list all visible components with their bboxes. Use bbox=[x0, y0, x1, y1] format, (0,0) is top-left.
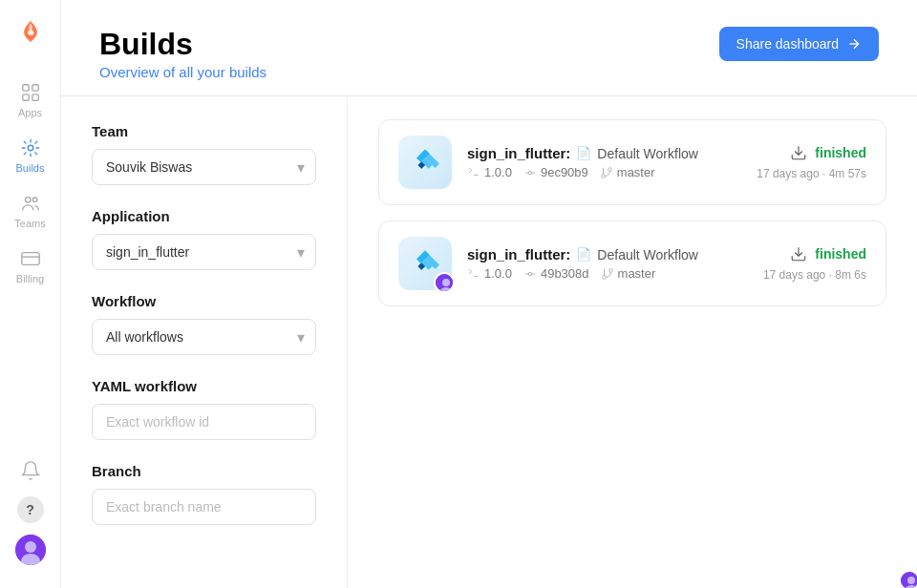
page-title: Builds bbox=[99, 27, 267, 62]
workflow-select-wrapper: All workflows ▾ bbox=[92, 319, 316, 355]
build-user-avatar bbox=[899, 570, 917, 588]
version-icon bbox=[467, 267, 480, 281]
svg-point-21 bbox=[528, 171, 532, 175]
sidebar-item-billing[interactable]: Billing bbox=[0, 239, 60, 294]
branch-icon bbox=[600, 166, 613, 179]
build-status-row: finished bbox=[790, 245, 866, 262]
build-time: 17 days ago · 4m 57s bbox=[757, 167, 866, 180]
build-info: sign_in_flutter: 📄 Default Workflow 1.0.… bbox=[467, 145, 741, 179]
build-time: 17 days ago · 8m 6s bbox=[763, 268, 866, 282]
build-title-row: sign_in_flutter: 📄 Default Workflow bbox=[467, 145, 741, 161]
build-version: 1.0.0 bbox=[467, 266, 512, 281]
sidebar-item-apps-label: Apps bbox=[18, 107, 42, 118]
build-meta: 1.0.0 49b308d bbox=[467, 266, 748, 281]
commit-icon bbox=[523, 166, 537, 179]
svg-point-0 bbox=[28, 30, 33, 35]
build-status-badge: finished bbox=[815, 145, 866, 160]
page-subtitle: Overview of all your builds bbox=[99, 64, 267, 80]
svg-rect-1 bbox=[22, 85, 28, 91]
sidebar-item-builds[interactable]: Builds bbox=[0, 128, 60, 183]
svg-point-33 bbox=[442, 279, 450, 286]
content-area: Team Souvik Biswas ▾ Application sign_in… bbox=[61, 96, 917, 588]
application-select[interactable]: sign_in_flutter bbox=[92, 234, 316, 270]
app-logo[interactable] bbox=[13, 15, 48, 50]
build-app-name: sign_in_flutter: bbox=[467, 145, 570, 161]
svg-point-35 bbox=[528, 272, 532, 276]
svg-rect-4 bbox=[32, 94, 37, 100]
workflow-filter-label: Workflow bbox=[92, 293, 316, 309]
build-status-row: finished bbox=[790, 144, 866, 161]
application-select-wrapper: sign_in_flutter ▾ bbox=[92, 234, 316, 270]
build-commit: 9ec90b9 bbox=[523, 165, 588, 179]
svg-rect-3 bbox=[22, 94, 28, 100]
svg-point-26 bbox=[602, 174, 606, 178]
build-workflow-file-icon: 📄 bbox=[576, 247, 591, 262]
build-version: 1.0.0 bbox=[467, 165, 512, 179]
team-select-wrapper: Souvik Biswas ▾ bbox=[92, 149, 316, 185]
version-icon bbox=[467, 166, 480, 179]
team-filter-group: Team Souvik Biswas ▾ bbox=[92, 123, 316, 185]
build-status-badge: finished bbox=[815, 246, 866, 262]
team-select[interactable]: Souvik Biswas bbox=[92, 149, 316, 185]
application-filter-label: Application bbox=[92, 208, 316, 224]
sidebar: Apps Builds Teams Billing bbox=[0, 0, 61, 588]
filters-panel: Team Souvik Biswas ▾ Application sign_in… bbox=[61, 96, 348, 588]
build-title-row: sign_in_flutter: 📄 Default Workflow bbox=[467, 246, 748, 262]
build-workflow-name: Default Workflow bbox=[597, 247, 698, 262]
sidebar-item-billing-label: Billing bbox=[16, 273, 44, 284]
main-content: Builds Overview of all your builds Share… bbox=[61, 0, 917, 588]
svg-point-40 bbox=[602, 275, 606, 279]
sidebar-item-teams-label: Teams bbox=[14, 218, 45, 229]
svg-point-39 bbox=[608, 268, 612, 272]
download-icon[interactable] bbox=[790, 245, 807, 262]
build-app-name: sign_in_flutter: bbox=[467, 246, 570, 262]
commit-icon bbox=[523, 267, 537, 281]
build-meta: 1.0.0 9ec90b9 bbox=[467, 165, 741, 179]
branch-input[interactable] bbox=[92, 489, 316, 525]
build-workflow-name: Default Workflow bbox=[597, 146, 698, 161]
sidebar-item-teams[interactable]: Teams bbox=[0, 183, 60, 239]
svg-point-11 bbox=[25, 541, 36, 553]
build-app-icon bbox=[398, 237, 452, 290]
help-icon[interactable]: ? bbox=[17, 496, 44, 523]
build-branch: master bbox=[601, 266, 656, 281]
yaml-workflow-filter-label: YAML workflow bbox=[92, 378, 316, 394]
table-row[interactable]: sign_in_flutter: 📄 Default Workflow 1.0.… bbox=[378, 220, 886, 306]
yaml-workflow-filter-group: YAML workflow bbox=[92, 378, 316, 440]
svg-point-7 bbox=[32, 198, 37, 202]
branch-icon bbox=[601, 267, 614, 281]
build-branch: master bbox=[600, 165, 655, 179]
workflow-filter-group: Workflow All workflows ▾ bbox=[92, 293, 316, 355]
sidebar-item-apps[interactable]: Apps bbox=[0, 73, 60, 128]
application-filter-group: Application sign_in_flutter ▾ bbox=[92, 208, 316, 270]
workflow-select[interactable]: All workflows bbox=[92, 319, 316, 355]
download-icon[interactable] bbox=[790, 144, 807, 161]
table-row[interactable]: sign_in_flutter: 📄 Default Workflow 1.0.… bbox=[378, 119, 886, 205]
build-workflow-file-icon: 📄 bbox=[576, 146, 591, 160]
svg-point-25 bbox=[608, 167, 612, 171]
svg-rect-2 bbox=[32, 85, 37, 91]
sidebar-item-builds-label: Builds bbox=[16, 162, 45, 174]
svg-rect-8 bbox=[21, 253, 38, 265]
share-arrow-icon bbox=[846, 36, 862, 52]
share-dashboard-label: Share dashboard bbox=[736, 36, 839, 52]
yaml-workflow-input[interactable] bbox=[92, 404, 316, 440]
branch-filter-group: Branch bbox=[92, 463, 316, 525]
build-user-avatar bbox=[434, 272, 455, 293]
notifications-icon[interactable] bbox=[20, 460, 41, 485]
svg-point-19 bbox=[907, 577, 915, 584]
page-header: Builds Overview of all your builds Share… bbox=[61, 0, 917, 96]
build-info: sign_in_flutter: 📄 Default Workflow 1.0.… bbox=[467, 246, 748, 281]
team-filter-label: Team bbox=[92, 123, 316, 139]
svg-point-5 bbox=[28, 145, 33, 151]
branch-filter-label: Branch bbox=[92, 463, 316, 479]
builds-list: sign_in_flutter: 📄 Default Workflow 1.0.… bbox=[348, 96, 917, 588]
svg-point-6 bbox=[25, 198, 31, 203]
user-avatar[interactable] bbox=[15, 535, 46, 565]
build-commit: 49b308d bbox=[523, 266, 589, 281]
build-right: finished 17 days ago · 8m 6s bbox=[763, 245, 866, 282]
build-app-icon bbox=[398, 136, 452, 189]
build-right: finished 17 days ago · 4m 57s bbox=[757, 144, 866, 180]
header-text: Builds Overview of all your builds bbox=[99, 27, 267, 80]
share-dashboard-button[interactable]: Share dashboard bbox=[719, 27, 879, 61]
